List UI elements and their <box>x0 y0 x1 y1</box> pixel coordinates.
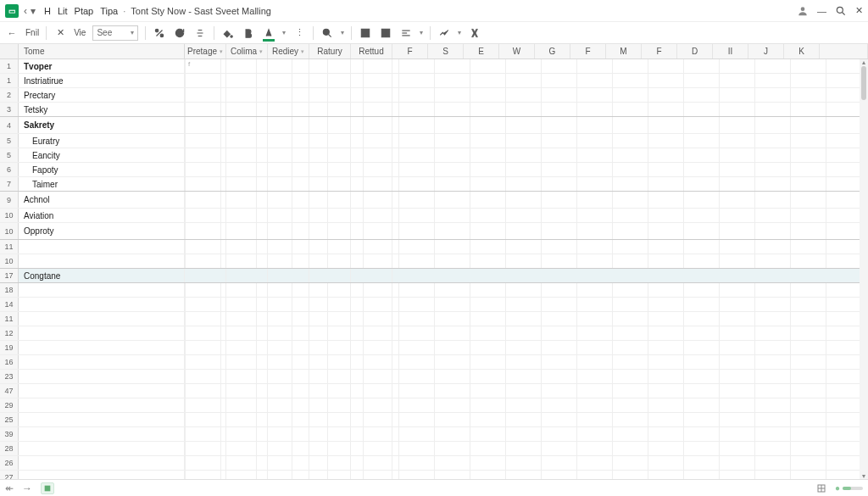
menu-item-lit[interactable]: Lit <box>58 6 68 16</box>
row-cells[interactable] <box>185 427 868 441</box>
cell-a[interactable] <box>19 456 185 470</box>
row-header[interactable]: 39 <box>0 427 19 441</box>
row-header[interactable]: 14 <box>0 298 19 311</box>
border-icon[interactable] <box>359 26 372 40</box>
row-cells[interactable] <box>185 103 868 116</box>
row-cells[interactable] <box>185 88 868 102</box>
menu-item-tipa[interactable]: Tipa <box>100 6 118 16</box>
row-cells[interactable] <box>185 117 868 133</box>
row-cells[interactable] <box>185 471 868 479</box>
cell-a[interactable]: Opproty <box>19 223 185 239</box>
row-header[interactable]: 1 <box>0 74 19 87</box>
table-row[interactable]: 12 <box>0 326 868 341</box>
row-header[interactable]: 11 <box>0 240 19 254</box>
cell-a[interactable] <box>19 355 185 369</box>
row-header[interactable]: 11 <box>0 312 19 326</box>
clear-button[interactable]: ✕ <box>53 26 67 40</box>
col-header-pretage[interactable]: Pretage▾ <box>185 44 226 59</box>
paint-icon[interactable] <box>221 26 235 40</box>
col-header-rettud[interactable]: Rettud <box>351 44 392 59</box>
merge-icon[interactable] <box>379 26 392 40</box>
table-row[interactable]: 10 <box>0 254 868 269</box>
col-header-j[interactable]: J <box>748 44 784 59</box>
table-row[interactable]: 16 <box>0 355 868 370</box>
cell-a[interactable]: Tetsky <box>19 103 185 116</box>
row-cells[interactable] <box>185 341 868 354</box>
search-icon[interactable] <box>835 5 847 17</box>
cell-a[interactable] <box>19 384 185 398</box>
col-header-m[interactable]: M <box>606 44 642 59</box>
row-cells[interactable] <box>185 442 868 455</box>
row-header[interactable]: 7 <box>0 177 19 191</box>
sheet-tab[interactable] <box>41 482 54 494</box>
row-cells[interactable] <box>185 326 868 340</box>
table-row[interactable]: 7Taimer <box>0 177 868 192</box>
cell-a[interactable] <box>19 283 185 297</box>
row-cells[interactable] <box>185 134 868 148</box>
table-row[interactable]: 26 <box>0 456 868 471</box>
row-cells[interactable] <box>185 456 868 470</box>
cell-a[interactable]: Congtane <box>19 269 185 282</box>
row-header[interactable]: 27 <box>0 471 19 479</box>
strike-icon[interactable] <box>193 26 207 40</box>
toolbar-label-fnil[interactable]: Fnil <box>25 28 39 37</box>
row-header[interactable]: 5 <box>0 148 19 162</box>
col-header-ii[interactable]: II <box>713 44 748 59</box>
toolbar-label-vie[interactable]: Vie <box>74 28 86 37</box>
table-row[interactable]: 19 <box>0 341 868 355</box>
table-row[interactable]: 18 <box>0 283 868 298</box>
row-header[interactable]: 1 <box>0 59 19 73</box>
row-header[interactable]: 17 <box>0 269 19 282</box>
menu-item-ptap[interactable]: Ptap <box>75 6 94 16</box>
row-header[interactable]: 28 <box>0 442 19 455</box>
row-cells[interactable] <box>185 283 868 297</box>
row-cells[interactable] <box>185 163 868 176</box>
cell-a[interactable]: Instriatirue <box>19 74 185 87</box>
cell-a[interactable] <box>19 298 185 311</box>
row-header[interactable]: 5 <box>0 134 19 148</box>
col-header-k[interactable]: K <box>784 44 820 59</box>
nav-dropdown-icon[interactable]: ▾ <box>31 5 36 17</box>
row-header[interactable]: 18 <box>0 283 19 297</box>
scroll-down-icon[interactable]: ▾ <box>860 472 868 479</box>
table-row[interactable]: 5Eancity <box>0 148 868 163</box>
row-cells[interactable] <box>185 74 868 87</box>
table-row[interactable]: 1Instriatirue <box>0 74 868 88</box>
row-cells[interactable] <box>185 269 868 282</box>
row-header[interactable]: 10 <box>0 209 19 222</box>
function-icon[interactable] <box>468 26 481 40</box>
cell-a[interactable]: Taimer <box>19 177 185 191</box>
chevron-down-icon[interactable]: ▾ <box>341 29 344 36</box>
row-cells[interactable] <box>185 209 868 222</box>
col-header-colima[interactable]: Colima▾ <box>226 44 268 59</box>
row-header[interactable]: 10 <box>0 254 19 268</box>
table-row[interactable]: 17Congtane <box>0 269 868 283</box>
row-header[interactable]: 6 <box>0 163 19 176</box>
nav-back-icon[interactable]: ‹ <box>24 5 27 17</box>
table-row[interactable]: 14 <box>0 298 868 312</box>
percent-icon[interactable] <box>153 26 166 40</box>
col-header-w[interactable]: W <box>499 44 535 59</box>
row-cells[interactable] <box>185 254 868 268</box>
col-header-f[interactable]: F <box>570 44 606 59</box>
menu-item-h[interactable]: H <box>44 6 51 16</box>
table-row[interactable]: 6Fapoty <box>0 163 868 177</box>
cell-a[interactable] <box>19 240 185 254</box>
sheet-prev-button[interactable]: ↞ <box>5 482 14 494</box>
row-header[interactable]: 9 <box>0 192 19 208</box>
row-cells[interactable] <box>185 398 868 412</box>
table-row[interactable]: 11 <box>0 240 868 254</box>
sheet-next-button[interactable]: → <box>22 482 32 494</box>
font-select[interactable]: See ▾ <box>92 25 138 41</box>
zoom-indicator[interactable]: ● <box>835 483 863 493</box>
chevron-down-icon[interactable]: ▾ <box>420 29 423 36</box>
table-row[interactable]: 3Tetsky <box>0 103 868 117</box>
cell-a[interactable] <box>19 326 185 340</box>
chart-line-icon[interactable] <box>437 26 451 40</box>
table-row[interactable]: 39 <box>0 427 868 442</box>
col-header-s[interactable]: S <box>428 44 464 59</box>
cell-a[interactable]: Tvoper <box>19 59 185 73</box>
scroll-up-icon[interactable]: ▴ <box>860 59 868 66</box>
table-row[interactable]: 11 <box>0 312 868 326</box>
close-button[interactable]: ✕ <box>855 5 863 16</box>
